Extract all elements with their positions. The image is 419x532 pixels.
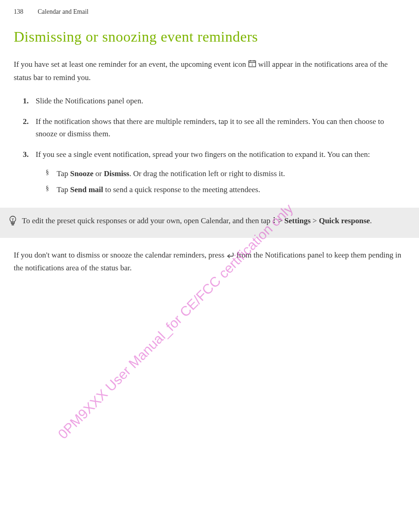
back-icon bbox=[226, 249, 234, 262]
step-text: If you see a single event notification, … bbox=[36, 148, 405, 199]
step-text: If the notification shows that there are… bbox=[36, 115, 405, 140]
bullet-item: § Tap Snooze or Dismiss. Or drag the not… bbox=[46, 167, 405, 180]
bullet-content: Tap Snooze or Dismiss. Or drag the notif… bbox=[57, 167, 285, 180]
intro-paragraph: If you have set at least one reminder fo… bbox=[14, 58, 405, 84]
step-text: Slide the Notifications panel open. bbox=[36, 95, 405, 107]
event-reminder-icon: 1 bbox=[248, 59, 256, 71]
page-header: 138 Calendar and Email bbox=[14, 8, 405, 16]
closing-paragraph: If you don't want to dismiss or snooze t… bbox=[14, 249, 405, 274]
sub-bullets: § Tap Snooze or Dismiss. Or drag the not… bbox=[36, 167, 405, 196]
page-number: 138 bbox=[14, 8, 23, 16]
tip-box: To edit the preset quick responses or ad… bbox=[0, 208, 419, 238]
step-item: 3. If you see a single event notificatio… bbox=[23, 148, 405, 199]
svg-point-11 bbox=[274, 222, 275, 223]
bullet-content: Tap Send mail to send a quick response t… bbox=[57, 183, 260, 196]
steps-list: 1. Slide the Notifications panel open. 2… bbox=[14, 95, 405, 199]
main-heading: Dismissing or snoozing event reminders bbox=[14, 28, 405, 45]
tip-text: To edit the preset quick responses or ad… bbox=[22, 215, 411, 231]
svg-text:1: 1 bbox=[251, 63, 253, 66]
step-number: 1. bbox=[23, 95, 36, 107]
tip-icon-wrap bbox=[4, 215, 22, 231]
bullet-marker: § bbox=[46, 183, 57, 196]
step-item: 2. If the notification shows that there … bbox=[23, 115, 405, 140]
overflow-menu-icon bbox=[272, 215, 276, 227]
step-3-text: If you see a single event notification, … bbox=[36, 150, 370, 159]
lightbulb-icon bbox=[8, 215, 17, 231]
svg-point-9 bbox=[274, 217, 275, 219]
bullet-item: § Tap Send mail to send a quick response… bbox=[46, 183, 405, 196]
intro-text-1: If you have set at least one reminder fo… bbox=[14, 60, 248, 69]
manual-page: 138 Calendar and Email Dismissing or sno… bbox=[0, 0, 419, 532]
step-number: 3. bbox=[23, 148, 36, 199]
bullet-marker: § bbox=[46, 167, 57, 180]
svg-point-10 bbox=[274, 220, 275, 221]
step-number: 2. bbox=[23, 115, 36, 140]
chapter-title: Calendar and Email bbox=[38, 8, 89, 16]
watermark: 0PM9XXX User Manual_for CE/FCC certifica… bbox=[55, 204, 292, 442]
step-item: 1. Slide the Notifications panel open. bbox=[23, 95, 405, 107]
